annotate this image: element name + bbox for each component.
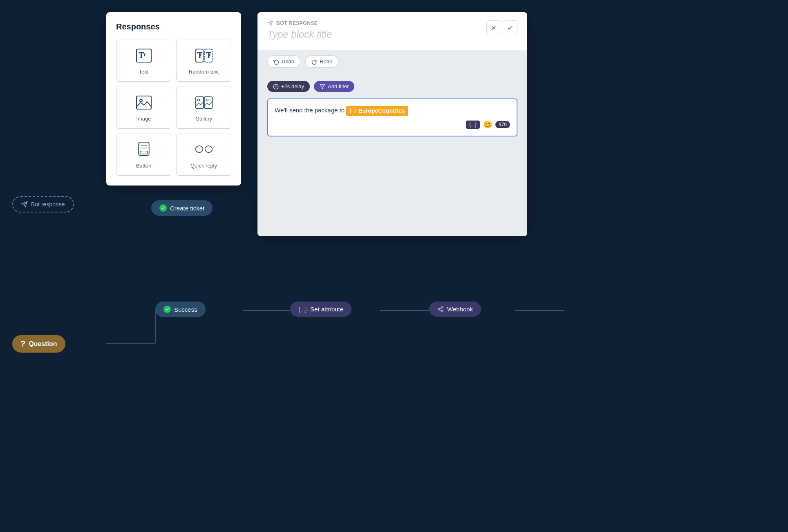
insert-variable-button[interactable]: {...} [466, 121, 480, 129]
create-ticket-icon [159, 204, 167, 212]
svg-rect-11 [137, 96, 151, 109]
editor-header-label: BOT RESPONSE [267, 20, 332, 26]
responses-panel-title: Responses [116, 22, 231, 31]
check-icon [507, 25, 513, 31]
svg-point-29 [441, 306, 443, 308]
svg-point-31 [441, 310, 443, 312]
flow-node-webhook[interactable]: Webhook [429, 302, 481, 317]
char-count: 979 [495, 121, 510, 128]
message-box[interactable]: We'll send the package to {...} EuropeCo… [267, 98, 517, 136]
svg-text:r: r [143, 51, 146, 58]
webhook-icon [437, 306, 444, 313]
response-item-gallery[interactable]: Gallery [176, 87, 231, 129]
response-item-text[interactable]: T r Text [116, 40, 171, 82]
random-text-icon: T r T r [195, 47, 213, 65]
editor-header-actions [486, 20, 517, 35]
svg-point-16 [206, 99, 208, 101]
flow-node-create-ticket[interactable]: Create ticket [151, 200, 213, 216]
variable-name: EuropeCountries [358, 107, 405, 115]
svg-marker-28 [320, 84, 325, 89]
set-attribute-label: Set attribute [310, 306, 343, 313]
success-icon [163, 306, 171, 313]
svg-text:r: r [209, 51, 211, 58]
svg-rect-15 [204, 97, 212, 108]
message-prefix: We'll send the package to [275, 107, 345, 114]
close-icon [490, 25, 497, 31]
button-icon [135, 141, 153, 159]
response-item-button[interactable]: Button [116, 134, 171, 176]
text-icon: T r [135, 47, 153, 65]
confirm-button[interactable] [503, 20, 517, 35]
flow-node-set-attribute[interactable]: {...} Set attribute [290, 302, 351, 317]
success-label: Success [174, 306, 197, 313]
webhook-label: Webhook [447, 306, 473, 313]
set-attribute-icon: {...} [298, 306, 307, 313]
flow-node-question[interactable]: ? Question [12, 335, 65, 353]
svg-point-30 [438, 308, 440, 310]
button-label: Button [136, 163, 152, 169]
image-label: Image [136, 116, 151, 122]
text-label: Text [139, 69, 149, 75]
response-item-random-text[interactable]: T r T r Random text [176, 40, 231, 82]
response-item-image[interactable]: Image [116, 87, 171, 129]
send-icon [267, 20, 273, 26]
quick-reply-icon [195, 141, 213, 159]
svg-rect-18 [140, 151, 147, 154]
editor-chips: +2s delay Add filter [267, 81, 517, 92]
close-button[interactable] [486, 20, 501, 35]
question-icon: ? [20, 339, 25, 349]
responses-panel: Responses T r Text T r T [106, 12, 241, 186]
svg-line-33 [440, 308, 442, 309]
editor-header-top: BOT RESPONSE Type block title [267, 20, 517, 40]
message-footer: {...} 😊 979 [275, 120, 510, 129]
random-text-label: Random text [189, 69, 219, 75]
svg-point-14 [197, 99, 199, 101]
create-ticket-label: Create ticket [170, 205, 204, 212]
filter-chip[interactable]: Add filter [314, 81, 354, 92]
image-icon [135, 94, 153, 112]
variable-tag[interactable]: {...} EuropeCountries [346, 106, 408, 116]
flow-node-bot-response[interactable]: Bot response [12, 196, 74, 212]
undo-icon [273, 59, 279, 65]
clock-icon [273, 84, 279, 89]
svg-rect-13 [195, 97, 203, 108]
filter-icon [320, 84, 325, 89]
delay-chip[interactable]: +2s delay [267, 81, 310, 92]
redo-button[interactable]: Redo [305, 55, 338, 68]
svg-point-12 [140, 99, 142, 102]
redo-icon [311, 59, 317, 65]
svg-rect-22 [205, 146, 212, 152]
editor-title[interactable]: Type block title [267, 29, 332, 40]
editor-panel: BOT RESPONSE Type block title [257, 12, 527, 236]
message-text: We'll send the package to {...} EuropeCo… [275, 106, 510, 116]
svg-rect-21 [195, 146, 203, 152]
svg-text:r: r [200, 51, 202, 58]
bot-response-label: Bot response [31, 201, 65, 208]
gallery-icon [195, 94, 213, 112]
response-item-quick-reply[interactable]: Quick reply [176, 134, 231, 176]
editor-content: +2s delay Add filter We'll send the pack… [257, 73, 527, 236]
svg-line-32 [440, 310, 442, 311]
quick-reply-label: Quick reply [190, 163, 217, 169]
editor-header: BOT RESPONSE Type block title [257, 12, 527, 50]
paper-plane-icon [21, 201, 28, 208]
variable-icon: {...} [349, 107, 357, 114]
flow-node-success[interactable]: Success [155, 302, 206, 317]
editor-header-meta: BOT RESPONSE Type block title [267, 20, 332, 40]
emoji-button[interactable]: 😊 [483, 120, 492, 129]
question-label: Question [29, 340, 57, 348]
response-grid: T r Text T r T r Random text [116, 40, 231, 176]
gallery-label: Gallery [195, 116, 212, 122]
editor-toolbar: Undo Redo [257, 50, 527, 73]
undo-button[interactable]: Undo [267, 55, 300, 68]
